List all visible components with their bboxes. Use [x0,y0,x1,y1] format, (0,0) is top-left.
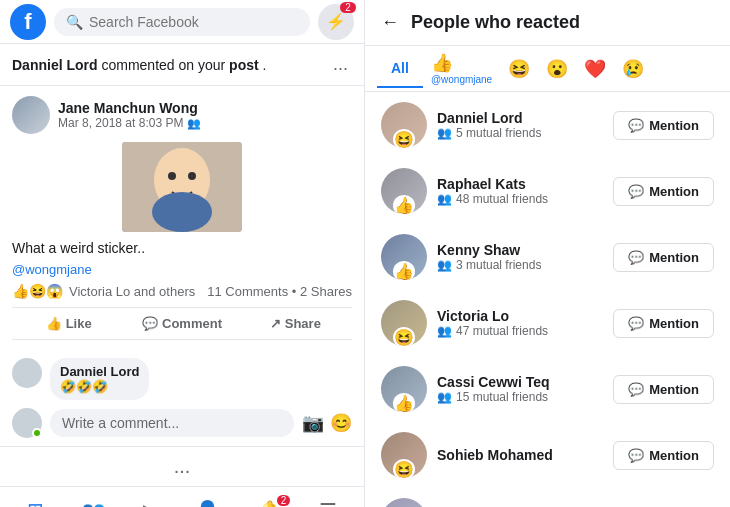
person-info: Cassi Cewwi Teq 👥 15 mutual friends [437,374,603,404]
comment-input[interactable]: Write a comment... [50,409,294,437]
search-icon: 🔍 [66,14,83,30]
list-item: 😆 Sohieb Mohamed 💬 Mention [365,422,730,488]
mention-button[interactable]: 💬 Mention [613,441,714,470]
person-name: Danniel Lord [437,110,603,126]
tab-haha[interactable]: 😆 [500,52,538,86]
person-info: Sohieb Mohamed [437,447,603,463]
comment-icon: 💬 [142,316,158,331]
profile-icon: 👤 [195,499,220,508]
reaction-emoji: 😆 [393,327,415,346]
left-panel: f 🔍 ⚡ 2 Danniel Lord commented on your p… [0,0,365,507]
mention-btn-icon: 💬 [628,382,644,397]
like-icon: 👍 [46,316,62,331]
reaction-tabs: All 👍 @wongmjane 😆 😮 ❤️ 😢 [365,46,730,92]
commenter-avatar [12,358,42,388]
mutual-friends-icon: 👥 [437,192,452,206]
person-mutual: 👥 47 mutual friends [437,324,603,338]
person-avatar: 👍 [381,366,427,412]
list-item: 😆 Victoria Lo 👥 47 mutual friends 💬 Ment… [365,290,730,356]
list-item: 👍 Raphael Kats 👥 48 mutual friends 💬 Men… [365,158,730,224]
wow-emoji: 😮 [546,59,568,79]
person-name: Sohieb Mohamed [437,447,603,463]
nav-notifications[interactable]: 🔔 2 [245,495,294,508]
person-avatar: 😆 [381,498,427,507]
reaction-emoji: 👍 [393,261,415,280]
mention-button[interactable]: 💬 Mention [613,177,714,206]
svg-point-4 [152,192,212,232]
comment-item: Danniel Lord 🤣🤣🤣 [12,358,352,400]
notification-text: Danniel Lord commented on your post . [12,57,266,73]
comment-icons: 📷 😊 [302,412,352,434]
like-button[interactable]: 👍 Like [12,310,125,337]
messenger-button[interactable]: ⚡ 2 [318,4,354,40]
person-name: Victoria Lo [437,308,603,324]
nav-menu[interactable]: ☰ [307,495,349,508]
mention-button[interactable]: 💬 Mention [613,243,714,272]
comment-input-row: Write a comment... 📷 😊 [12,408,352,438]
facebook-logo: f [10,4,46,40]
person-avatar: 😆 [381,102,427,148]
search-bar[interactable]: 🔍 [54,8,310,36]
nav-watch[interactable]: ▶ [131,495,170,508]
people-list: 😆 Danniel Lord 👥 5 mutual friends 💬 Ment… [365,92,730,507]
person-mutual: 👥 5 mutual friends [437,126,603,140]
svg-point-3 [188,172,196,180]
friends-icon: 👥 [187,117,201,130]
more-options[interactable]: ... [0,446,364,486]
list-item: 😆 Krish Munot 👥 163 mutual friends 💬 Men… [365,488,730,507]
notification-more-button[interactable]: ... [329,54,352,75]
search-input[interactable] [89,14,298,30]
nav-profile[interactable]: 👤 [183,495,232,508]
menu-icon: ☰ [319,499,337,508]
mention-button[interactable]: 💬 Mention [613,375,714,404]
share-button[interactable]: ↗ Share [239,310,352,337]
reaction-icons: 👍😆😱 Victoria Lo and others [12,283,195,299]
watch-icon: ▶ [143,499,158,508]
mention-btn-icon: 💬 [628,118,644,133]
person-mutual: 👥 15 mutual friends [437,390,603,404]
tab-wow[interactable]: 😮 [538,52,576,86]
person-name: Kenny Shaw [437,242,603,258]
friends-nav-icon: 👥 [81,499,106,508]
person-mutual: 👥 48 mutual friends [437,192,603,206]
comment-text: 🤣🤣🤣 [60,379,139,394]
person-mutual: 👥 3 mutual friends [437,258,603,272]
person-avatar: 😆 [381,432,427,478]
tab-love[interactable]: ❤️ [576,52,614,86]
person-info: Raphael Kats 👥 48 mutual friends [437,176,603,206]
bottom-nav: ⊞ 👥 ▶ 👤 🔔 2 ☰ [0,486,364,507]
notification-user: Danniel Lord [12,57,98,73]
right-panel: ← People who reacted All 👍 @wongmjane 😆 … [365,0,730,507]
comment-bubble: Danniel Lord 🤣🤣🤣 [50,358,149,400]
reaction-count: 11 Comments • 2 Shares [207,284,352,299]
camera-icon[interactable]: 📷 [302,412,324,434]
mention-button[interactable]: 💬 Mention [613,111,714,140]
emoji-icon[interactable]: 😊 [330,412,352,434]
person-avatar: 😆 [381,300,427,346]
notification-action: commented on your [101,57,229,73]
nav-home[interactable]: ⊞ [15,494,56,508]
person-info: Danniel Lord 👥 5 mutual friends [437,110,603,140]
comment-button[interactable]: 💬 Comment [125,310,238,337]
notification-bar: Danniel Lord commented on your post . ..… [0,44,364,86]
mention-btn-icon: 💬 [628,184,644,199]
list-item: 😆 Danniel Lord 👥 5 mutual friends 💬 Ment… [365,92,730,158]
reaction-emoji: 😆 [393,459,415,478]
action-buttons: 👍 Like 💬 Comment ↗ Share [12,307,352,340]
tab-sad[interactable]: 😢 [614,52,652,86]
back-button[interactable]: ← [381,12,399,33]
tab-all[interactable]: All [377,50,423,88]
wongmjane-label: @wongmjane [431,74,492,85]
mention-btn-icon: 💬 [628,448,644,463]
current-user-avatar [12,408,42,438]
post-header: Jane Manchun Wong Mar 8, 2018 at 8:03 PM… [12,96,352,134]
list-item: 👍 Kenny Shaw 👥 3 mutual friends 💬 Mentio… [365,224,730,290]
mutual-friends-icon: 👥 [437,390,452,404]
mention-button[interactable]: 💬 Mention [613,309,714,338]
commenter-name: Danniel Lord [60,364,139,379]
right-header: ← People who reacted [365,0,730,46]
nav-friends[interactable]: 👥 [69,495,118,508]
mention-btn-icon: 💬 [628,316,644,331]
person-avatar: 👍 [381,234,427,280]
tab-like[interactable]: 👍 @wongmjane [423,46,500,91]
